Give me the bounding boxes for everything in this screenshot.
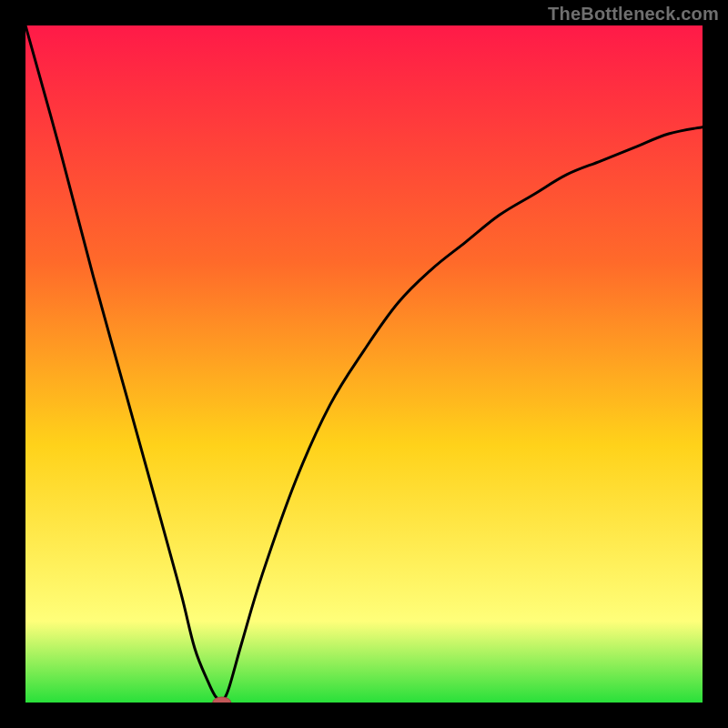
plot-area [25, 25, 703, 703]
watermark-text: TheBottleneck.com [548, 4, 719, 25]
chart-svg [25, 25, 703, 703]
gradient-background [25, 25, 703, 703]
chart-frame: TheBottleneck.com [0, 0, 728, 728]
